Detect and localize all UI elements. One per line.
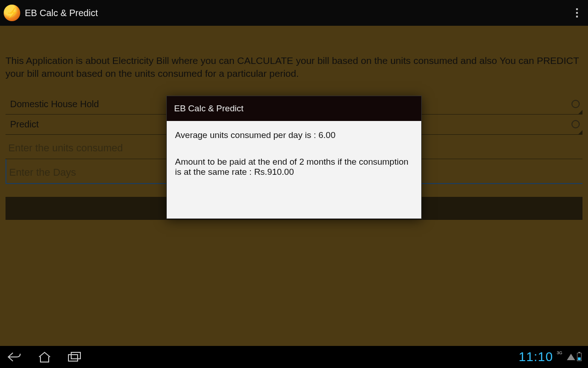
dialog-line-amount: Amount to be paid at the end of 2 months… — [175, 157, 413, 177]
action-bar: ⚡ EB Calc & Predict — [0, 0, 588, 26]
mode-dropdown-label: Predict — [10, 119, 39, 130]
app-title: EB Calc & Predict — [25, 8, 98, 18]
radio-icon — [571, 100, 580, 108]
intro-text: This Application is about Electricity Bi… — [6, 54, 582, 80]
result-dialog: EB Calc & Predict Average units consumed… — [166, 96, 422, 219]
overflow-menu-icon[interactable] — [570, 5, 584, 21]
recents-icon[interactable] — [67, 351, 83, 363]
svg-rect-0 — [68, 355, 78, 361]
dialog-title: EB Calc & Predict — [167, 96, 421, 121]
radio-icon — [571, 120, 580, 128]
app-icon: ⚡ — [4, 5, 20, 21]
system-nav-bar: 11:10 3G — [0, 346, 588, 368]
signal-icon — [567, 354, 575, 360]
home-icon[interactable] — [38, 351, 51, 363]
back-icon[interactable] — [6, 351, 22, 363]
dialog-line-average: Average units consumed per day is : 6.00 — [175, 130, 413, 140]
battery-icon — [577, 353, 582, 361]
lightning-icon: ⚡ — [6, 7, 18, 19]
network-label: 3G — [557, 351, 562, 355]
svg-rect-1 — [71, 352, 80, 359]
category-dropdown-label: Domestic House Hold — [10, 99, 99, 109]
dialog-body: Average units consumed per day is : 6.00… — [167, 121, 421, 218]
status-clock: 11:10 — [519, 350, 553, 364]
